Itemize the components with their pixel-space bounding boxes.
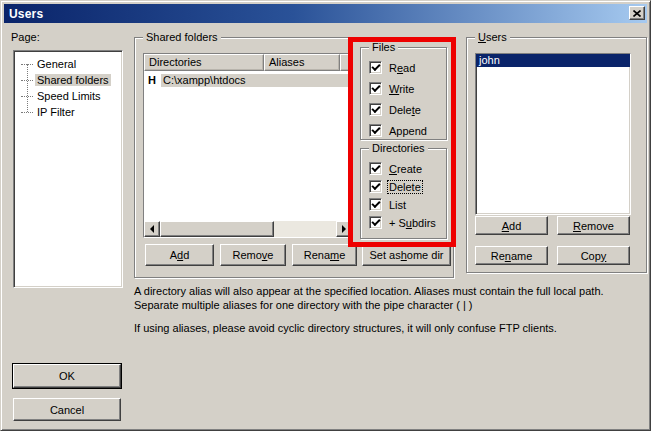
listview-header: Directories Aliases	[144, 54, 352, 71]
sidebar-item-shared-folders[interactable]: Shared folders	[14, 72, 122, 88]
subdirs-label: + Subdirs	[388, 217, 437, 229]
dialog-content: Page: General Shared folders Speed Limit…	[4, 23, 647, 427]
user-row-john[interactable]: john	[476, 54, 630, 67]
sidebar-item-general[interactable]: General	[14, 56, 122, 72]
directories-permissions-group: Directories Create Delete List + Subdirs	[360, 148, 447, 239]
permission-delete-dirs[interactable]: Delete	[361, 180, 446, 193]
title-bar[interactable]: Users	[4, 4, 647, 23]
files-group-label: Files	[369, 41, 398, 54]
tree-connector-lines	[27, 64, 28, 112]
permission-subdirs[interactable]: + Subdirs	[361, 216, 446, 229]
set-home-dir-button[interactable]: Set as home dir	[362, 244, 451, 266]
permission-list[interactable]: List	[361, 198, 446, 211]
permission-read[interactable]: Read	[361, 61, 446, 74]
directory-row[interactable]: H C:\xampp\htdocs	[144, 73, 352, 87]
scroll-right-button[interactable]	[336, 221, 352, 237]
users-group: Users john Add Remove Rename Copy	[466, 37, 647, 273]
write-label: Write	[388, 83, 415, 95]
listview-body[interactable]: H C:\xampp\htdocs	[144, 71, 352, 221]
close-icon	[633, 10, 641, 17]
directory-path: C:\xampp\htdocs	[161, 74, 350, 87]
ok-button[interactable]: OK	[13, 364, 121, 388]
page-tree: General Shared folders Speed Limits IP F…	[13, 50, 123, 288]
column-header-aliases[interactable]: Aliases	[264, 54, 340, 71]
subdirs-checkbox[interactable]	[369, 216, 382, 229]
scroll-thumb[interactable]	[160, 221, 274, 237]
sidebar-item-ip-filter[interactable]: IP Filter	[14, 104, 122, 120]
alias-note-2: If using aliases, please avoid cyclic di…	[134, 321, 624, 335]
directories-listview[interactable]: Directories Aliases H C:\xampp\htdocs	[143, 53, 353, 238]
remove-user-button[interactable]: Remove	[557, 216, 630, 235]
alias-notes: A directory alias will also appear at th…	[134, 284, 624, 335]
scroll-track[interactable]	[274, 221, 336, 237]
create-label: Create	[388, 163, 423, 175]
sidebar-item-speed-limits[interactable]: Speed Limits	[14, 88, 122, 104]
tree-item-label: Speed Limits	[35, 90, 103, 102]
permission-write[interactable]: Write	[361, 82, 446, 95]
delete-dirs-checkbox[interactable]	[369, 180, 382, 193]
add-user-button[interactable]: Add	[475, 216, 548, 235]
shared-folders-group-label: Shared folders	[143, 31, 221, 44]
rename-folder-button[interactable]: Rename	[292, 244, 357, 266]
users-listbox[interactable]: john	[475, 53, 631, 215]
directories-group-label: Directories	[369, 142, 428, 155]
delete-files-checkbox[interactable]	[369, 103, 382, 116]
permission-create[interactable]: Create	[361, 162, 446, 175]
delete-files-label: Delete	[388, 104, 422, 116]
close-button[interactable]	[629, 6, 645, 20]
append-checkbox[interactable]	[369, 124, 382, 137]
append-label: Append	[388, 125, 428, 137]
read-checkbox[interactable]	[369, 61, 382, 74]
read-label: Read	[388, 62, 416, 74]
page-label: Page:	[11, 31, 40, 43]
alias-note-1: A directory alias will also appear at th…	[134, 284, 624, 312]
list-label: List	[388, 199, 407, 211]
scroll-left-button[interactable]	[144, 221, 160, 237]
window-title: Users	[9, 7, 43, 21]
permission-delete-files[interactable]: Delete	[361, 103, 446, 116]
files-permissions-group: Files Read Write Delete Append	[360, 47, 447, 140]
add-folder-button[interactable]: Add	[145, 244, 214, 266]
tree-item-label: Shared folders	[35, 74, 111, 86]
rename-user-button[interactable]: Rename	[475, 246, 548, 265]
users-dialog: Users Page: General Shared folders Speed…	[0, 0, 651, 431]
delete-dirs-label: Delete	[388, 181, 422, 193]
cancel-button[interactable]: Cancel	[13, 398, 121, 421]
users-group-label: Users	[475, 31, 510, 44]
write-checkbox[interactable]	[369, 82, 382, 95]
horizontal-scrollbar[interactable]	[144, 221, 352, 237]
create-checkbox[interactable]	[369, 162, 382, 175]
home-dir-marker: H	[148, 74, 161, 86]
permission-append[interactable]: Append	[361, 124, 446, 137]
column-header-filler	[340, 54, 352, 71]
remove-folder-button[interactable]: Remove	[220, 244, 286, 266]
copy-user-button[interactable]: Copy	[557, 246, 630, 265]
tree-item-label: General	[35, 58, 78, 70]
column-header-directories[interactable]: Directories	[144, 54, 264, 71]
right-arrow-icon	[342, 225, 346, 233]
tree-item-label: IP Filter	[35, 106, 77, 118]
list-checkbox[interactable]	[369, 198, 382, 211]
left-arrow-icon	[150, 225, 154, 233]
